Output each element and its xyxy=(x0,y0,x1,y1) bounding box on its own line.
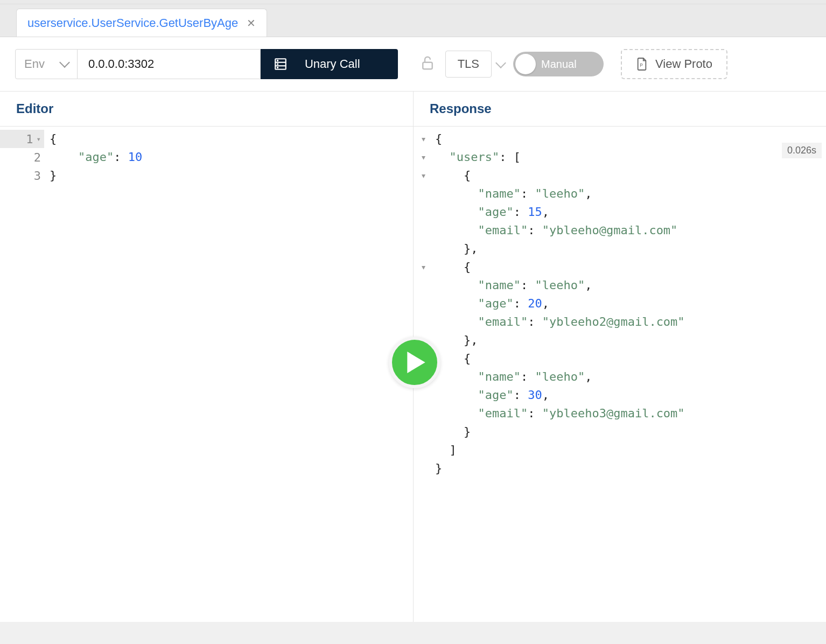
code-line: } xyxy=(435,423,826,441)
file-icon: P xyxy=(636,57,648,71)
fold-row[interactable]: ▾ xyxy=(414,166,433,185)
code-line: }, xyxy=(435,331,826,349)
response-header: Response xyxy=(414,92,508,126)
svg-point-5 xyxy=(277,67,278,68)
code-line: "email": "ybleeho3@gmail.com" xyxy=(435,404,826,423)
gutter-line: 1▾ xyxy=(0,130,44,148)
gutter-line: 3 xyxy=(0,166,44,185)
svg-marker-8 xyxy=(407,352,425,373)
code-line: { xyxy=(435,130,826,148)
fold-row[interactable] xyxy=(414,240,433,258)
code-line: }, xyxy=(435,240,826,258)
fold-row[interactable]: ▾ xyxy=(414,258,433,276)
svg-point-4 xyxy=(277,64,278,64)
code-line: "age": 15, xyxy=(435,203,826,221)
tab-title: userservice.UserService.GetUserByAge xyxy=(27,16,238,30)
env-select[interactable]: Env xyxy=(15,49,78,79)
tab-active[interactable]: userservice.UserService.GetUserByAge ✕ xyxy=(16,9,267,37)
fold-row[interactable] xyxy=(414,203,433,221)
fold-icon[interactable]: ▾ xyxy=(37,135,41,143)
tls-button[interactable]: TLS xyxy=(445,51,492,78)
code-line: ] xyxy=(435,441,826,459)
code-line[interactable]: { xyxy=(50,130,413,148)
view-proto-label: View Proto xyxy=(655,57,712,71)
fold-row[interactable] xyxy=(414,295,433,313)
server-icon xyxy=(274,57,288,71)
env-placeholder: Env xyxy=(24,57,45,71)
fold-row[interactable] xyxy=(414,423,433,441)
code-line[interactable]: } xyxy=(50,166,413,185)
panel-headers: Editor Response xyxy=(0,92,826,127)
code-line: "name": "leeho", xyxy=(435,368,826,386)
fold-row[interactable] xyxy=(414,185,433,203)
toolbar: Env Unary Call TLS Manual P View Proto xyxy=(0,37,826,92)
call-type-label: Unary Call xyxy=(305,57,360,71)
code-line[interactable]: "age": 10 xyxy=(50,148,413,166)
fold-row[interactable] xyxy=(414,313,433,331)
gutter-line: 2 xyxy=(0,148,44,166)
code-line: } xyxy=(435,459,826,478)
editor-gutter: 1▾23 xyxy=(0,127,44,185)
tls-label: TLS xyxy=(458,57,479,71)
fold-row[interactable] xyxy=(414,441,433,459)
fold-row[interactable] xyxy=(414,276,433,295)
fold-row[interactable]: ▾ xyxy=(414,148,433,166)
fold-row[interactable]: ▾ xyxy=(414,130,433,148)
editor-panel[interactable]: 1▾23 { "age": 10} xyxy=(0,127,414,622)
fold-row[interactable] xyxy=(414,404,433,423)
code-line: "email": "ybleeho@gmail.com" xyxy=(435,221,826,240)
response-panel: 0.026s ▾▾▾▾▾ { "users": [ { "name": "lee… xyxy=(414,127,826,622)
code-line: "age": 30, xyxy=(435,386,826,404)
address-input[interactable] xyxy=(78,49,261,79)
toggle-knob xyxy=(515,54,536,74)
chevron-down-icon xyxy=(59,57,70,68)
code-line: "name": "leeho", xyxy=(435,185,826,203)
panels: 1▾23 { "age": 10} 0.026s ▾▾▾▾▾ { "users"… xyxy=(0,127,826,622)
toggle-label: Manual xyxy=(541,58,577,71)
call-type-button[interactable]: Unary Call xyxy=(261,49,398,79)
code-line: "name": "leeho", xyxy=(435,276,826,295)
manual-toggle[interactable]: Manual xyxy=(513,52,604,76)
window-top-strip xyxy=(0,0,826,4)
view-proto-button[interactable]: P View Proto xyxy=(621,49,727,79)
editor-header: Editor xyxy=(0,92,414,126)
code-line: { xyxy=(435,166,826,185)
chevron-down-icon[interactable] xyxy=(497,59,505,69)
svg-rect-6 xyxy=(423,62,432,69)
lock-open-icon xyxy=(419,55,436,73)
code-line: { xyxy=(435,349,826,368)
response-code: { "users": [ { "name": "leeho", "age": 1… xyxy=(435,130,826,478)
response-gutter: ▾▾▾▾▾ xyxy=(414,127,433,478)
fold-row[interactable] xyxy=(414,386,433,404)
fold-row[interactable] xyxy=(414,221,433,240)
editor-code[interactable]: { "age": 10} xyxy=(50,130,413,185)
play-icon xyxy=(407,352,425,373)
code-line: { xyxy=(435,258,826,276)
code-line: "age": 20, xyxy=(435,295,826,313)
close-icon[interactable]: ✕ xyxy=(247,17,256,30)
svg-point-3 xyxy=(277,60,278,61)
code-line: "users": [ xyxy=(435,148,826,166)
fold-row[interactable] xyxy=(414,459,433,478)
play-button[interactable] xyxy=(389,337,440,388)
code-line: "email": "ybleeho2@gmail.com" xyxy=(435,313,826,331)
tab-bar: userservice.UserService.GetUserByAge ✕ xyxy=(0,4,826,37)
svg-text:P: P xyxy=(640,64,643,68)
